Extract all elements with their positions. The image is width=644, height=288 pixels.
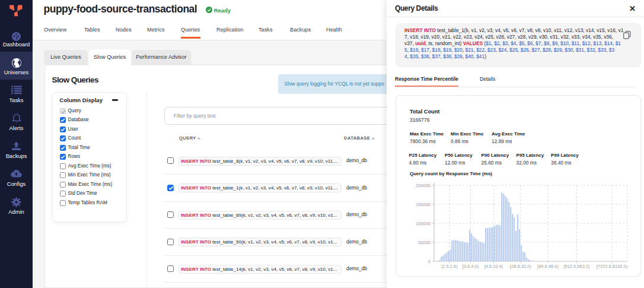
- svg-text:150000: 150000: [416, 202, 431, 207]
- svg-text:50000: 50000: [418, 240, 431, 245]
- svg-text:[28.8,32.0): [28.8,32.0): [510, 264, 531, 269]
- svg-text:200000: 200000: [416, 183, 431, 188]
- svg-text:100000: 100000: [416, 221, 431, 226]
- svg-text:[3.6,4.0): [3.6,4.0): [463, 264, 479, 269]
- svg-text:[1.5,1.6): [1.5,1.6): [441, 264, 458, 269]
- svg-text:[9.6,10.4): [9.6,10.4): [484, 264, 503, 269]
- svg-text:[89.6,96.0): [89.6,96.0): [537, 264, 559, 269]
- svg-text:[7372.8,8192.0): [7372.8,8192.0): [597, 264, 628, 269]
- svg-text:[512.0,563.2): [512.0,563.2): [563, 264, 590, 269]
- svg-text:0: 0: [428, 259, 431, 264]
